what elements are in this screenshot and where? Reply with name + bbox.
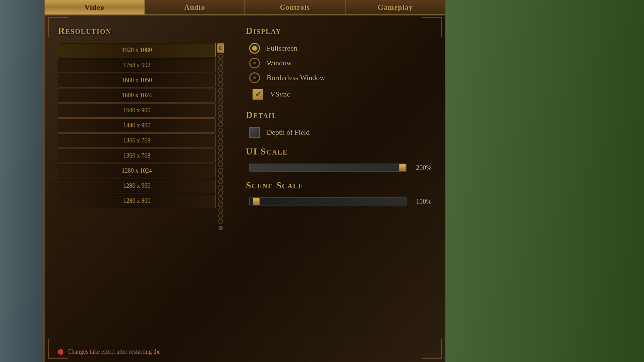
chain-top-handle[interactable]: ⚙ (217, 43, 224, 53)
detail-title: Detail (246, 110, 432, 120)
ui-scale-title: UI Scale (246, 146, 432, 157)
chain-link-18 (218, 150, 223, 156)
resolution-title: Resolution (58, 25, 226, 36)
tab-video[interactable]: Video (45, 0, 145, 14)
ui-scale-section: UI Scale 200% (246, 146, 432, 172)
checkbox-dof[interactable]: Depth of Field (249, 127, 432, 138)
display-title: Display (246, 25, 432, 36)
resolution-item-4[interactable]: 1600 x 900 (58, 103, 216, 118)
chain-link-30 (218, 219, 223, 224)
resolution-item-7[interactable]: 1360 x 768 (58, 148, 216, 163)
resolution-item-5[interactable]: 1440 x 900 (58, 118, 216, 133)
chain-link-28 (218, 207, 223, 213)
chain-link-6 (218, 82, 223, 87)
resolution-item-2[interactable]: 1680 x 1050 (58, 73, 216, 87)
chain-link-16 (218, 139, 223, 144)
chain-link-21 (217, 167, 224, 174)
radio-borderless-indicator (249, 72, 260, 83)
scene-scale-slider-row: 100% (249, 197, 432, 205)
checkbox-dof-indicator (249, 127, 260, 138)
resolution-list-wrapper: 644 x 362 1768 x 992 1680 x 1050 1600 … (58, 43, 226, 230)
scene-scale-title: Scene Scale (246, 180, 432, 191)
radio-window-indicator (249, 58, 260, 68)
ui-scale-value: 200% (412, 164, 432, 172)
scene-scale-section: Scene Scale 100% (246, 180, 432, 205)
chain-link-9 (217, 98, 224, 105)
tab-audio[interactable]: Audio (145, 0, 245, 14)
content-area: Resolution 644 x 362 1768 x 992 1680 x… (45, 15, 445, 362)
chain-scrollbar[interactable]: ⚙ (216, 43, 226, 230)
chain-link-7 (217, 87, 224, 94)
chain-links (218, 54, 223, 224)
chain-link-19 (217, 155, 224, 162)
chain-link-26 (218, 196, 223, 201)
radio-fullscreen-label: Fullscreen (267, 44, 298, 53)
resolution-item-10[interactable]: 1280 x 800 (58, 194, 216, 208)
checkbox-vsync[interactable]: VSync (253, 89, 432, 100)
resolution-item-9[interactable]: 1280 x 960 (58, 179, 216, 193)
tab-controls[interactable]: Controls (245, 0, 345, 14)
resolution-section: Resolution 644 x 362 1768 x 992 1680 x… (58, 25, 226, 352)
chain-link-23 (217, 178, 224, 185)
chain-link-4 (218, 71, 223, 76)
radio-fullscreen[interactable]: Fullscreen (249, 43, 432, 54)
display-section: Display Fullscreen Window (246, 25, 432, 100)
chain-link-24 (218, 185, 223, 190)
bg-right-forest (443, 0, 644, 362)
radio-borderless[interactable]: Borderless Window (249, 72, 432, 83)
detail-section: Detail Depth of Field (246, 110, 432, 138)
checkbox-vsync-indicator (253, 89, 263, 100)
chain-link-14 (218, 128, 223, 133)
corner-decoration-tr (422, 17, 442, 37)
main-panel: Video Audio Controls Gameplay Resolution… (44, 0, 446, 362)
tab-gameplay[interactable]: Gameplay (345, 0, 445, 14)
scene-scale-track[interactable] (249, 197, 407, 205)
corner-decoration-br (422, 339, 442, 359)
chain-link-8 (218, 94, 223, 99)
tab-bar: Video Audio Controls Gameplay (45, 0, 445, 15)
chain-link-12 (218, 116, 223, 122)
chain-link-2 (218, 59, 223, 65)
chain-link-17 (217, 144, 224, 151)
chain-bottom-dot (219, 226, 223, 230)
resolution-item-8[interactable]: 1280 x 1024 (58, 164, 216, 178)
resolution-item-6[interactable]: 1366 x 768 (58, 133, 216, 148)
radio-window[interactable]: Window (249, 58, 432, 68)
chain-link-3 (217, 64, 224, 71)
chain-link-1 (217, 53, 224, 60)
chain-link-27 (217, 201, 224, 208)
chain-link-20 (218, 162, 223, 167)
display-options: Fullscreen Window Borderless Window (249, 43, 432, 100)
bottom-note: Changes take effect after restarting the (58, 348, 161, 355)
checkbox-vsync-label: VSync (270, 90, 290, 99)
checkbox-dof-label: Depth of Field (267, 128, 310, 137)
ui-scale-fill (250, 164, 403, 171)
radio-window-label: Window (267, 59, 292, 67)
scene-scale-value: 100% (412, 198, 432, 205)
right-column: Display Fullscreen Window (246, 25, 432, 352)
resolution-item-1[interactable]: 1768 x 992 (58, 58, 216, 72)
bg-left-mountains (0, 0, 47, 362)
corner-decoration-tl (48, 17, 68, 37)
chain-link-5 (217, 75, 224, 82)
resolution-item-0[interactable]: 644 x 362 (58, 43, 216, 57)
chain-link-10 (218, 105, 223, 110)
resolution-item-3[interactable]: 1600 x 1024 (58, 88, 216, 103)
chain-link-25 (217, 189, 224, 196)
chain-link-29 (217, 212, 224, 219)
scene-scale-track-pattern (250, 198, 406, 205)
radio-fullscreen-indicator (249, 43, 260, 54)
bottom-note-text: Changes take effect after restarting the (67, 348, 161, 355)
chain-link-15 (217, 132, 224, 139)
ui-scale-track[interactable] (249, 164, 407, 172)
chain-link-13 (217, 121, 224, 128)
ui-scale-thumb[interactable] (399, 164, 406, 172)
ui-scale-slider-row: 200% (249, 164, 432, 172)
chain-link-22 (218, 173, 223, 179)
resolution-list: 644 x 362 1768 x 992 1680 x 1050 1600 … (58, 43, 216, 230)
chain-link-11 (217, 110, 224, 117)
radio-borderless-label: Borderless Window (267, 73, 325, 82)
scene-scale-thumb[interactable] (253, 197, 260, 205)
note-dot-icon (58, 349, 63, 355)
